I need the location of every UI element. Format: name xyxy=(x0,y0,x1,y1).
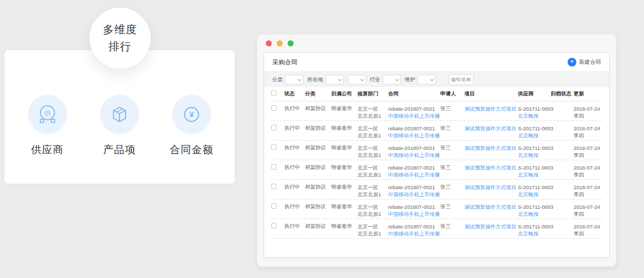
table-row[interactable]: 执行中 框架协议 明睿嘉华 北京一区 北京北辰1 rebate-201807-0… xyxy=(271,101,602,120)
row-checkbox[interactable] xyxy=(271,164,277,170)
department-cell: 北京一区 北京北辰1 xyxy=(357,160,388,179)
app-panel: 采购合同 + 新建合同 分类 所在地 行业 维护 xyxy=(264,52,610,258)
update-by: 李四 xyxy=(574,210,602,217)
close-button[interactable] xyxy=(266,40,272,46)
table-row[interactable]: 执行中 框架协议 明睿嘉华 北京一区 北京北辰1 rebate-201807-0… xyxy=(271,160,602,179)
department-cell: 北京一区 北京北辰1 xyxy=(357,219,388,238)
table-row[interactable]: 执行中 框架协议 明睿嘉华 北京一区 北京北辰1 rebate-201807-0… xyxy=(271,120,602,140)
supplier-cell: S-201711-0003 北京晚报 xyxy=(518,199,551,219)
department-line-1: 北京一区 xyxy=(357,164,388,171)
contract-link[interactable]: 中国移动手机上市传播 xyxy=(388,112,440,119)
department-line-2: 北京北辰1 xyxy=(357,112,388,119)
new-contract-button[interactable]: + 新建合同 xyxy=(568,58,601,67)
contract-link[interactable]: 中国移动手机上市传播 xyxy=(388,210,440,217)
row-checkbox[interactable] xyxy=(271,223,277,228)
table-row[interactable]: 执行中 框架协议 明睿嘉华 北京一区 北京北辰1 rebate-201807-0… xyxy=(271,199,602,219)
update-cell: 2018-07-24 李四 xyxy=(574,219,602,238)
supplier-number: S-201711-0003 xyxy=(518,203,551,210)
project-link[interactable]: 测试预算操作方式项目 xyxy=(464,184,518,191)
contract-link[interactable]: 中国移动手机上市传播 xyxy=(388,132,440,139)
contract-link[interactable]: 中国移动手机上市传播 xyxy=(388,191,440,198)
contract-number: rebate-201807-0021 xyxy=(388,164,440,171)
department-line-1: 北京一区 xyxy=(357,203,388,210)
update-by: 李四 xyxy=(574,132,602,139)
category-cell: 框架协议 xyxy=(305,160,331,179)
maintenance-select[interactable] xyxy=(418,75,436,84)
row-checkbox-cell xyxy=(271,219,284,238)
archive-status-cell xyxy=(551,120,574,140)
column-header: 项目 xyxy=(464,87,518,101)
row-checkbox[interactable] xyxy=(271,184,277,189)
project-cell: 测试预算操作方式项目 xyxy=(464,120,518,140)
chevron-down-icon xyxy=(297,77,301,81)
location-select[interactable] xyxy=(325,75,344,84)
archive-status-cell xyxy=(551,101,574,120)
table-row[interactable]: 执行中 框架协议 明睿嘉华 北京一区 北京北辰1 rebate-201807-0… xyxy=(271,140,602,160)
supplier-link[interactable]: 北京晚报 xyxy=(518,191,551,198)
row-checkbox[interactable] xyxy=(271,125,277,130)
column-header: 供应商 xyxy=(518,87,551,101)
status-cell: 执行中 xyxy=(284,101,305,120)
table-row[interactable]: 执行中 框架协议 明睿嘉华 北京一区 北京北辰1 rebate-201807-0… xyxy=(271,179,602,199)
project-link[interactable]: 测试预算操作方式项目 xyxy=(464,125,518,132)
update-date: 2018-07-24 xyxy=(574,105,602,112)
supplier-link[interactable]: 北京晚报 xyxy=(518,132,551,139)
department-line-2: 北京北辰1 xyxy=(357,210,388,217)
company-cell: 明睿嘉华 xyxy=(331,179,357,199)
row-checkbox[interactable] xyxy=(271,105,277,111)
contract-cell: rebate-201807-0021 中国移动手机上市传播 xyxy=(388,179,440,199)
update-cell: 2018-07-24 李四 xyxy=(574,120,602,140)
supplier-link[interactable]: 北京晚报 xyxy=(518,230,551,237)
location-sub-select[interactable] xyxy=(348,75,366,84)
update-cell: 2018-07-24 李四 xyxy=(574,160,602,179)
zoom-button[interactable] xyxy=(288,40,294,46)
project-link[interactable]: 测试预算操作方式项目 xyxy=(464,144,518,152)
contracts-table: 状态分类归属公司核算部门合同申请人项目供应商归档状态更新 执行中 框架协议 明睿… xyxy=(264,87,609,239)
search-input[interactable] xyxy=(449,74,474,85)
project-link[interactable]: 测试预算操作方式项目 xyxy=(464,203,518,210)
select-all-checkbox[interactable] xyxy=(271,90,277,96)
contract-link[interactable]: 中国移动手机上市传播 xyxy=(388,230,440,237)
supplier-cell: S-201711-0003 北京晚报 xyxy=(518,120,551,140)
contract-number: rebate-201807-0021 xyxy=(388,125,440,132)
supplier-cell: S-201711-0003 北京晚报 xyxy=(518,101,551,120)
industry-select[interactable] xyxy=(383,75,401,84)
archive-status-cell xyxy=(551,179,574,199)
project-link[interactable]: 测试预算操作方式项目 xyxy=(464,105,518,112)
location-label: 所在地 xyxy=(307,76,323,83)
table-header-row: 状态分类归属公司核算部门合同申请人项目供应商归档状态更新 xyxy=(271,87,602,101)
row-checkbox[interactable] xyxy=(271,144,277,150)
supplier-link[interactable]: 北京晚报 xyxy=(518,152,551,159)
minimize-button[interactable] xyxy=(277,40,283,46)
industry-label: 行业 xyxy=(370,76,380,83)
supplier-link[interactable]: 北京晚报 xyxy=(518,112,551,119)
contract-link[interactable]: 中国移动手机上市传播 xyxy=(388,171,440,178)
contract-number: rebate-201807-0021 xyxy=(388,203,440,210)
supplier-badge-icon: 供 xyxy=(28,95,67,134)
supplier-link[interactable]: 北京晚报 xyxy=(518,210,551,217)
update-cell: 2018-07-24 李四 xyxy=(574,199,602,219)
department-cell: 北京一区 北京北辰1 xyxy=(357,101,388,120)
new-contract-label: 新建合同 xyxy=(579,58,601,66)
table-row[interactable]: 执行中 框架协议 明睿嘉华 北京一区 北京北辰1 rebate-201807-0… xyxy=(271,219,602,238)
column-header: 状态 xyxy=(284,87,305,101)
department-line-2: 北京北辰1 xyxy=(357,230,388,237)
project-link[interactable]: 测试预算操作方式项目 xyxy=(464,223,518,230)
filter-bar: 分类 所在地 行业 维护 xyxy=(264,72,609,87)
update-date: 2018-07-24 xyxy=(574,125,602,132)
applicant-cell: 张三 xyxy=(440,179,464,199)
contract-cell: rebate-201807-0021 中国移动手机上市传播 xyxy=(388,199,440,219)
row-checkbox[interactable] xyxy=(271,203,277,209)
row-checkbox-cell xyxy=(271,179,284,199)
supplier-number: S-201711-0003 xyxy=(518,164,551,171)
project-link[interactable]: 测试预算操作方式项目 xyxy=(464,164,518,171)
supplier-cell: S-201711-0003 北京晚报 xyxy=(518,140,551,160)
contract-number: rebate-201807-0021 xyxy=(388,223,440,230)
contract-link[interactable]: 中国移动手机上市传播 xyxy=(388,152,440,159)
category-select[interactable] xyxy=(285,75,303,84)
feature-item-label: 合同金额 xyxy=(170,143,213,157)
update-by: 李四 xyxy=(574,230,602,237)
company-cell: 明睿嘉华 xyxy=(331,160,357,179)
supplier-link[interactable]: 北京晚报 xyxy=(518,171,551,178)
supplier-number: S-201711-0003 xyxy=(518,184,551,191)
